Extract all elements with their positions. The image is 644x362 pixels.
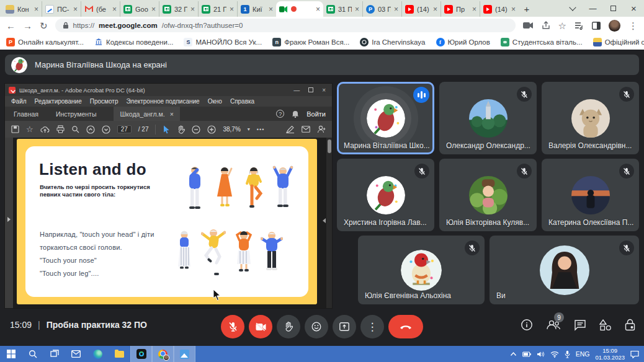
more-options-button[interactable]: ⋮ xyxy=(360,315,384,338)
camera-off-button[interactable] xyxy=(249,315,272,338)
browser-tab[interactable]: (14) × xyxy=(401,1,441,17)
panel-collapse-arrow-icon[interactable] xyxy=(323,218,326,223)
raise-hand-button[interactable] xyxy=(277,315,300,338)
browser-tab[interactable]: Кон × xyxy=(2,1,42,17)
save-icon[interactable] xyxy=(11,125,19,133)
pdf-scrollbar[interactable] xyxy=(326,138,332,308)
menu-file[interactable]: Файл xyxy=(11,98,27,105)
zoom-out-icon[interactable] xyxy=(192,125,200,134)
tab-close-icon[interactable]: × xyxy=(316,6,320,13)
bookmark-item[interactable]: Кодексы поведени... xyxy=(94,38,174,46)
participant-tile[interactable]: Валерія Олександрівн... xyxy=(542,82,639,154)
acrobat-minimize-button[interactable]: — xyxy=(293,87,300,94)
notifications-bell-icon[interactable] xyxy=(292,110,299,118)
bookmark-item[interactable]: Студентська віталь... xyxy=(501,38,583,46)
bookmark-item[interactable]: nФраюк Роман Вся... xyxy=(272,38,349,46)
tab-close-icon[interactable]: × xyxy=(433,6,437,13)
bookmark-item[interactable]: Офіційний сайт Уп... xyxy=(593,38,644,46)
tray-expand-icon[interactable] xyxy=(510,351,517,356)
browser-tab[interactable]: P 03 П × xyxy=(362,1,401,17)
start-button[interactable] xyxy=(0,346,22,362)
add-user-icon[interactable] xyxy=(317,125,326,133)
acrobat-maximize-button[interactable] xyxy=(308,87,313,92)
meeting-details-button[interactable] xyxy=(521,319,533,331)
participant-tile[interactable]: Юлія Євгенівна Альохіна xyxy=(358,236,485,304)
browser-tab[interactable]: ПС- × xyxy=(42,1,81,17)
taskbar-search-button[interactable] xyxy=(22,346,43,362)
action-center-icon[interactable] xyxy=(630,350,639,358)
reactions-button[interactable] xyxy=(305,315,328,338)
participant-tile[interactable]: Юлія Вікторівна Куляв... xyxy=(439,159,537,231)
tab-search-icon[interactable] xyxy=(562,0,583,17)
tab-close-icon[interactable]: × xyxy=(34,6,38,13)
tab-close-icon[interactable]: × xyxy=(151,6,156,13)
share-icon[interactable] xyxy=(542,21,550,30)
file-explorer-icon[interactable] xyxy=(109,346,130,362)
volume-icon[interactable] xyxy=(537,351,545,358)
send-email-icon[interactable] xyxy=(302,126,310,133)
wifi-icon[interactable] xyxy=(550,351,559,358)
bookmark-item[interactable]: PОнлайн калькулят... xyxy=(6,38,84,46)
browser-tab[interactable]: 31 П × xyxy=(323,1,362,17)
task-view-button[interactable] xyxy=(43,346,65,362)
menu-esign[interactable]: Электронное подписание xyxy=(126,98,199,105)
chat-button[interactable] xyxy=(574,319,586,331)
back-icon[interactable]: ← xyxy=(6,21,16,30)
toolbar-more-icon[interactable]: ••• xyxy=(257,126,264,133)
playlist-extension-icon[interactable] xyxy=(575,22,584,30)
url-field[interactable]: https://meet.google.com/ofw-dnxq-tfn?aut… xyxy=(55,19,516,32)
tab-close-icon[interactable]: × xyxy=(230,6,234,13)
window-close-button[interactable]: × xyxy=(624,0,644,17)
taskbar-clock[interactable]: 15:09 01.03.2023 xyxy=(595,347,625,361)
tab-close-icon[interactable]: × xyxy=(355,6,359,13)
tab-close-icon[interactable]: × xyxy=(112,6,117,13)
browser-tab[interactable]: (14) × xyxy=(480,1,519,17)
browser-tab[interactable]: 1 Киї × xyxy=(237,1,276,17)
present-screen-button[interactable] xyxy=(333,315,356,338)
participant-tile[interactable]: Катерина Олексіївна П... xyxy=(542,159,639,231)
camera-in-use-icon[interactable] xyxy=(523,22,534,29)
photos-app-icon[interactable] xyxy=(174,346,195,362)
participant-tile[interactable]: Христина Ігорівна Лав... xyxy=(337,159,434,231)
tray-mic-icon[interactable] xyxy=(565,350,570,358)
new-tab-button[interactable]: + xyxy=(519,1,535,17)
webex-app-icon[interactable] xyxy=(130,346,152,362)
tab-close-icon[interactable]: × xyxy=(511,6,516,13)
language-indicator[interactable]: ENG xyxy=(576,350,590,358)
reload-icon[interactable]: ↻ xyxy=(40,21,48,30)
document-tab[interactable]: Шкода_англ.м. × xyxy=(114,107,179,121)
window-minimize-button[interactable]: — xyxy=(583,0,603,17)
mail-app-icon[interactable] xyxy=(65,346,87,362)
menu-help[interactable]: Справка xyxy=(230,98,254,105)
participant-tile[interactable]: Марина Віталіївна Шко... xyxy=(337,82,434,154)
browser-tab[interactable]: Пр × xyxy=(441,1,480,17)
tab-tools[interactable]: Инструменты xyxy=(47,110,105,118)
menu-window[interactable]: Окно xyxy=(208,98,222,105)
zoom-level-value[interactable]: 38,7% xyxy=(223,126,240,133)
zoom-in-icon[interactable] xyxy=(207,125,216,134)
fill-sign-pen-icon[interactable] xyxy=(286,125,295,133)
bookmark-item[interactable]: fЮрий Орлов xyxy=(436,38,490,46)
browser-tab-active-meet[interactable]: × xyxy=(276,1,323,17)
help-icon[interactable]: ? xyxy=(276,110,284,118)
browser-tab[interactable]: 32 П × xyxy=(159,1,198,17)
navigation-pane-strip[interactable] xyxy=(5,138,13,308)
window-maximize-button[interactable] xyxy=(603,0,624,17)
mic-off-button[interactable] xyxy=(221,315,244,338)
edge-app-icon[interactable] xyxy=(87,346,109,362)
browser-tab[interactable]: 21 П × xyxy=(198,1,237,17)
menu-view[interactable]: Просмотр xyxy=(90,98,119,105)
sign-in-button[interactable]: Войти xyxy=(306,110,326,118)
activities-button[interactable] xyxy=(599,319,612,331)
bookmark-item[interactable]: SМАНОЙЛО Вся Ук... xyxy=(184,38,262,46)
favorites-star-icon[interactable]: ☆ xyxy=(26,125,34,133)
tab-close-icon[interactable]: × xyxy=(394,6,398,13)
share-cloud-icon[interactable] xyxy=(40,126,50,133)
host-controls-button[interactable] xyxy=(625,319,635,331)
select-cursor-icon[interactable] xyxy=(163,125,170,134)
zoom-caret-icon[interactable]: ▾ xyxy=(248,126,250,132)
battery-icon[interactable] xyxy=(522,351,531,357)
side-panel-icon[interactable] xyxy=(592,22,601,30)
browser-menu-icon[interactable]: ⋮ xyxy=(628,21,638,30)
tab-close-icon[interactable]: × xyxy=(269,6,273,13)
